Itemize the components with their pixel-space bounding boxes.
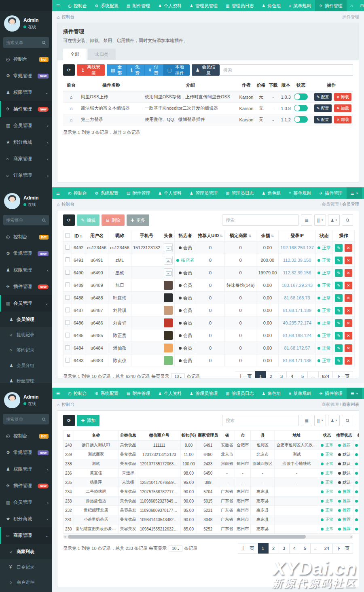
column-header[interactable]: 价格 xyxy=(255,80,267,91)
filter-button[interactable]: ¥付费 xyxy=(145,64,163,76)
refresh-button[interactable]: ⟳ xyxy=(63,214,75,226)
sidebar-item[interactable]: ◴ 控制台 hot xyxy=(0,428,52,444)
nav-tab-profile[interactable]: ♟个人资料 xyxy=(154,388,186,399)
sidebar-item[interactable]: ♟ 权限管理 ‹ xyxy=(0,461,52,477)
column-header[interactable]: 插件名称 xyxy=(79,80,143,91)
offline-install-button[interactable]: ↥离线安装 xyxy=(77,64,105,76)
sidebar-item[interactable]: ○ 提现记录 xyxy=(0,327,52,342)
delete-row-button[interactable]: ✕ xyxy=(345,357,352,365)
avatar[interactable] xyxy=(4,392,20,408)
page-button[interactable]: 4 xyxy=(287,371,297,378)
nav-tab-role-group[interactable]: ♟角色组 xyxy=(258,0,285,11)
member-avatar[interactable] xyxy=(164,256,173,265)
row-checkbox[interactable] xyxy=(65,333,70,337)
refresh-button[interactable]: ⟳ xyxy=(63,415,75,426)
column-header[interactable]: ID⇅ xyxy=(72,230,85,242)
delete-row-button[interactable]: ✕ xyxy=(345,244,352,252)
menu-toggle-button[interactable]: ☰ xyxy=(52,388,64,399)
column-header[interactable]: 前台 xyxy=(63,80,79,91)
sidebar-item[interactable]: ¥ 口令记录 xyxy=(0,559,52,575)
page-button[interactable]: 3 xyxy=(276,371,287,378)
column-header[interactable]: 余额⇅ xyxy=(256,230,279,242)
page-button[interactable]: 1 xyxy=(255,371,266,378)
sidebar-item[interactable]: ○ 订单管理 ‹ xyxy=(0,167,52,184)
column-header[interactable]: 状态 xyxy=(315,230,332,242)
nav-tab-profile[interactable]: ♟个人资料 xyxy=(154,0,186,11)
nav-tab-console[interactable]: ◴控制台 xyxy=(64,187,91,199)
merchant-search-input[interactable] xyxy=(222,415,299,426)
column-header[interactable]: 推荐状态 xyxy=(335,431,353,441)
enable-toggle[interactable] xyxy=(294,105,308,111)
column-header[interactable]: 微信商户号 xyxy=(138,431,180,441)
page-button[interactable]: 上一页 xyxy=(238,543,258,554)
row-checkbox[interactable] xyxy=(65,282,70,287)
sidebar-item[interactable]: ★ 积分商城 ‹ xyxy=(0,511,52,527)
column-header[interactable]: 拓店者 xyxy=(175,230,196,242)
sidebar-item[interactable]: ♟ 会员管理 xyxy=(0,312,52,327)
sidebar-item[interactable]: ♟ 会员分组 xyxy=(0,358,52,373)
sidebar-item[interactable]: ⚙ 常规管理 new xyxy=(0,444,52,461)
home-icon[interactable]: ⌂ xyxy=(347,3,357,8)
nav-tab-attachments[interactable]: ▤附件管理 xyxy=(123,388,154,399)
row-checkbox[interactable] xyxy=(65,270,70,275)
column-header[interactable]: 省 xyxy=(219,431,235,441)
horizontal-scrollbar[interactable]: ◂ ▸ xyxy=(63,535,353,539)
member-avatar[interactable] xyxy=(164,344,173,352)
tab[interactable]: 未归类 xyxy=(88,49,116,60)
breadcrumb-item[interactable]: 控制台 xyxy=(61,202,74,207)
refresh-button[interactable]: ⟳ xyxy=(63,64,75,76)
sidebar-item[interactable]: ▣ 设备管理 xyxy=(0,590,52,592)
nav-tab-plugin-manage[interactable]: ✈插件管理 xyxy=(315,187,346,199)
row-checkbox[interactable] xyxy=(65,358,70,363)
column-header[interactable]: 状态 xyxy=(319,431,335,441)
column-header[interactable]: 分类信息 xyxy=(118,431,138,441)
column-header[interactable]: 地址 xyxy=(275,431,319,441)
breadcrumb-item[interactable]: 控制台 xyxy=(61,402,74,407)
sidebar-search-input[interactable] xyxy=(6,218,42,223)
edit-row-button[interactable]: ✎ xyxy=(335,344,343,352)
filter-button[interactable]: ℹ免费 xyxy=(127,64,145,76)
sidebar-item[interactable]: ✈ 插件管理 new xyxy=(0,278,52,295)
nav-tab-profile[interactable]: ♟个人资料 xyxy=(154,187,186,199)
sidebar-search-input[interactable] xyxy=(6,40,42,45)
sidebar-item[interactable]: ★ 积分商城 ‹ xyxy=(0,134,52,151)
edit-row-button[interactable]: ✎ xyxy=(335,244,343,252)
page-button[interactable]: 624 xyxy=(319,371,333,378)
member-search-input[interactable] xyxy=(222,214,299,226)
more-button[interactable]: ✚更多 xyxy=(127,214,149,226)
delete-row-button[interactable]: ✕ xyxy=(345,344,352,352)
export-button[interactable]: ♟▾ xyxy=(328,415,340,426)
nav-tab-menu-rules[interactable]: ≡菜单规则 xyxy=(285,388,315,399)
nav-tab-plugin-manage[interactable]: ✈插件管理 xyxy=(315,0,346,11)
sidebar-item[interactable]: ⚙ 常规管理 new xyxy=(0,68,52,84)
search-toggle-button[interactable] xyxy=(342,415,353,426)
scrollbar-thumb[interactable] xyxy=(68,535,306,539)
menu-toggle-button[interactable]: ☰ xyxy=(52,187,64,199)
page-button[interactable]: ... xyxy=(311,543,321,554)
column-header[interactable]: 名称 xyxy=(74,431,118,441)
nav-tab-admin-manage[interactable]: ♟管理员管理 xyxy=(186,0,222,11)
column-header[interactable]: 手机号 xyxy=(131,230,162,242)
row-checkbox[interactable] xyxy=(65,295,70,300)
page-button[interactable]: 1 xyxy=(258,543,269,554)
column-header[interactable]: 锁定商家⇅ xyxy=(224,230,256,242)
column-header[interactable]: 商家管理员 xyxy=(197,431,219,441)
sidebar-item[interactable]: ○ 商家管理 ⌄ xyxy=(0,527,52,544)
breadcrumb-item[interactable]: 控制台 xyxy=(61,14,74,20)
config-button[interactable]: ✎ 配置 xyxy=(314,104,332,112)
nav-tab-admin-log[interactable]: ▥管理员日志 xyxy=(222,0,258,11)
more-tabs-dropdown[interactable]: ☰▾ xyxy=(347,388,362,399)
page-button[interactable]: 5 xyxy=(300,543,311,554)
nav-tab-system-config[interactable]: ⚙系统配置 xyxy=(91,0,123,11)
uninstall-button[interactable]: ✕ 卸载 xyxy=(334,116,351,123)
column-header[interactable]: 市 xyxy=(235,431,251,441)
scroll-left-icon[interactable]: ◂ xyxy=(64,535,66,539)
columns-button[interactable]: |||▾ xyxy=(314,214,326,226)
nav-tab-system-config[interactable]: ⚙系统配置 xyxy=(91,187,123,199)
config-button[interactable]: ✎ 配置 xyxy=(314,93,332,101)
delete-row-button[interactable]: ✕ xyxy=(345,269,352,277)
edit-row-button[interactable]: ✎ xyxy=(335,307,343,314)
sidebar-item[interactable]: ▥ 会员管理 ‹ xyxy=(0,494,52,511)
page-button[interactable]: 2 xyxy=(269,543,279,554)
member-avatar[interactable] xyxy=(164,268,173,277)
